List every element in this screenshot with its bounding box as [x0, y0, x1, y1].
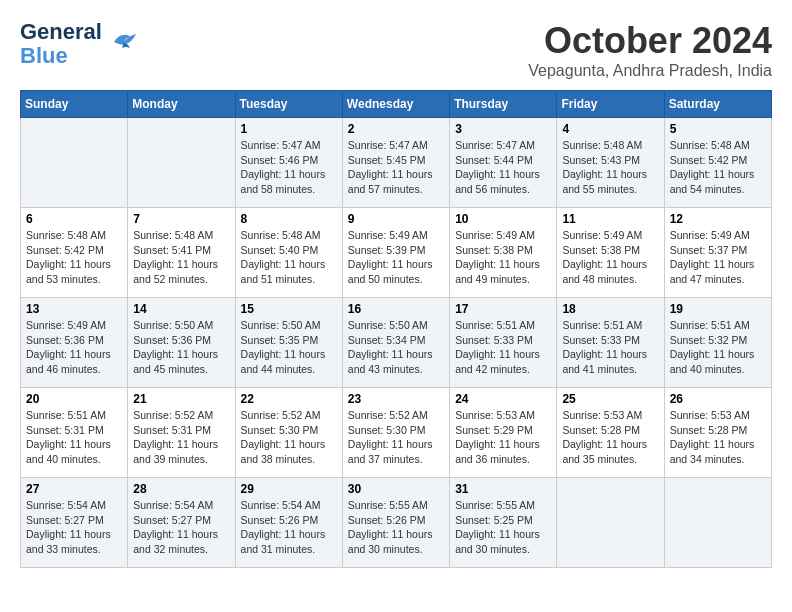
- header-row: SundayMondayTuesdayWednesdayThursdayFrid…: [21, 91, 772, 118]
- day-info: Sunrise: 5:53 AMSunset: 5:28 PMDaylight:…: [670, 408, 766, 467]
- calendar-cell: 5Sunrise: 5:48 AMSunset: 5:42 PMDaylight…: [664, 118, 771, 208]
- day-number: 12: [670, 212, 766, 226]
- day-info: Sunrise: 5:51 AMSunset: 5:31 PMDaylight:…: [26, 408, 122, 467]
- week-row-1: 1Sunrise: 5:47 AMSunset: 5:46 PMDaylight…: [21, 118, 772, 208]
- day-number: 11: [562, 212, 658, 226]
- calendar-cell: 8Sunrise: 5:48 AMSunset: 5:40 PMDaylight…: [235, 208, 342, 298]
- calendar-cell: 22Sunrise: 5:52 AMSunset: 5:30 PMDayligh…: [235, 388, 342, 478]
- logo: GeneralBlue: [20, 20, 138, 68]
- day-number: 29: [241, 482, 337, 496]
- calendar-cell: 4Sunrise: 5:48 AMSunset: 5:43 PMDaylight…: [557, 118, 664, 208]
- title-section: October 2024 Vepagunta, Andhra Pradesh, …: [528, 20, 772, 80]
- day-number: 31: [455, 482, 551, 496]
- calendar-cell: 24Sunrise: 5:53 AMSunset: 5:29 PMDayligh…: [450, 388, 557, 478]
- col-header-tuesday: Tuesday: [235, 91, 342, 118]
- calendar-cell: 3Sunrise: 5:47 AMSunset: 5:44 PMDaylight…: [450, 118, 557, 208]
- col-header-friday: Friday: [557, 91, 664, 118]
- calendar-cell: 14Sunrise: 5:50 AMSunset: 5:36 PMDayligh…: [128, 298, 235, 388]
- calendar-cell: 18Sunrise: 5:51 AMSunset: 5:33 PMDayligh…: [557, 298, 664, 388]
- calendar-cell: [21, 118, 128, 208]
- day-number: 26: [670, 392, 766, 406]
- week-row-5: 27Sunrise: 5:54 AMSunset: 5:27 PMDayligh…: [21, 478, 772, 568]
- day-number: 14: [133, 302, 229, 316]
- day-info: Sunrise: 5:54 AMSunset: 5:26 PMDaylight:…: [241, 498, 337, 557]
- day-info: Sunrise: 5:48 AMSunset: 5:42 PMDaylight:…: [26, 228, 122, 287]
- calendar-cell: 21Sunrise: 5:52 AMSunset: 5:31 PMDayligh…: [128, 388, 235, 478]
- day-info: Sunrise: 5:51 AMSunset: 5:32 PMDaylight:…: [670, 318, 766, 377]
- day-number: 2: [348, 122, 444, 136]
- day-number: 3: [455, 122, 551, 136]
- logo-text: GeneralBlue: [20, 20, 102, 68]
- calendar-cell: 15Sunrise: 5:50 AMSunset: 5:35 PMDayligh…: [235, 298, 342, 388]
- day-number: 18: [562, 302, 658, 316]
- calendar-cell: [664, 478, 771, 568]
- day-number: 8: [241, 212, 337, 226]
- week-row-3: 13Sunrise: 5:49 AMSunset: 5:36 PMDayligh…: [21, 298, 772, 388]
- day-info: Sunrise: 5:49 AMSunset: 5:37 PMDaylight:…: [670, 228, 766, 287]
- day-info: Sunrise: 5:49 AMSunset: 5:38 PMDaylight:…: [455, 228, 551, 287]
- day-info: Sunrise: 5:55 AMSunset: 5:26 PMDaylight:…: [348, 498, 444, 557]
- day-info: Sunrise: 5:48 AMSunset: 5:42 PMDaylight:…: [670, 138, 766, 197]
- day-info: Sunrise: 5:49 AMSunset: 5:38 PMDaylight:…: [562, 228, 658, 287]
- month-title: October 2024: [528, 20, 772, 62]
- calendar-cell: 9Sunrise: 5:49 AMSunset: 5:39 PMDaylight…: [342, 208, 449, 298]
- logo-bird-icon: [106, 28, 138, 60]
- day-number: 25: [562, 392, 658, 406]
- day-info: Sunrise: 5:54 AMSunset: 5:27 PMDaylight:…: [133, 498, 229, 557]
- day-number: 19: [670, 302, 766, 316]
- calendar-table: SundayMondayTuesdayWednesdayThursdayFrid…: [20, 90, 772, 568]
- day-number: 30: [348, 482, 444, 496]
- day-number: 16: [348, 302, 444, 316]
- calendar-cell: 31Sunrise: 5:55 AMSunset: 5:25 PMDayligh…: [450, 478, 557, 568]
- day-number: 10: [455, 212, 551, 226]
- day-info: Sunrise: 5:47 AMSunset: 5:45 PMDaylight:…: [348, 138, 444, 197]
- calendar-cell: 7Sunrise: 5:48 AMSunset: 5:41 PMDaylight…: [128, 208, 235, 298]
- calendar-cell: 16Sunrise: 5:50 AMSunset: 5:34 PMDayligh…: [342, 298, 449, 388]
- day-number: 28: [133, 482, 229, 496]
- day-info: Sunrise: 5:54 AMSunset: 5:27 PMDaylight:…: [26, 498, 122, 557]
- week-row-4: 20Sunrise: 5:51 AMSunset: 5:31 PMDayligh…: [21, 388, 772, 478]
- day-info: Sunrise: 5:47 AMSunset: 5:44 PMDaylight:…: [455, 138, 551, 197]
- day-info: Sunrise: 5:48 AMSunset: 5:40 PMDaylight:…: [241, 228, 337, 287]
- calendar-cell: 13Sunrise: 5:49 AMSunset: 5:36 PMDayligh…: [21, 298, 128, 388]
- day-info: Sunrise: 5:48 AMSunset: 5:43 PMDaylight:…: [562, 138, 658, 197]
- day-number: 24: [455, 392, 551, 406]
- calendar-cell: 29Sunrise: 5:54 AMSunset: 5:26 PMDayligh…: [235, 478, 342, 568]
- col-header-monday: Monday: [128, 91, 235, 118]
- day-number: 23: [348, 392, 444, 406]
- calendar-cell: [557, 478, 664, 568]
- col-header-thursday: Thursday: [450, 91, 557, 118]
- day-info: Sunrise: 5:52 AMSunset: 5:30 PMDaylight:…: [348, 408, 444, 467]
- calendar-cell: 19Sunrise: 5:51 AMSunset: 5:32 PMDayligh…: [664, 298, 771, 388]
- col-header-saturday: Saturday: [664, 91, 771, 118]
- calendar-cell: 28Sunrise: 5:54 AMSunset: 5:27 PMDayligh…: [128, 478, 235, 568]
- calendar-cell: 27Sunrise: 5:54 AMSunset: 5:27 PMDayligh…: [21, 478, 128, 568]
- day-number: 6: [26, 212, 122, 226]
- day-number: 4: [562, 122, 658, 136]
- calendar-cell: 2Sunrise: 5:47 AMSunset: 5:45 PMDaylight…: [342, 118, 449, 208]
- day-number: 1: [241, 122, 337, 136]
- calendar-cell: 26Sunrise: 5:53 AMSunset: 5:28 PMDayligh…: [664, 388, 771, 478]
- day-number: 7: [133, 212, 229, 226]
- day-info: Sunrise: 5:50 AMSunset: 5:35 PMDaylight:…: [241, 318, 337, 377]
- day-number: 21: [133, 392, 229, 406]
- day-info: Sunrise: 5:48 AMSunset: 5:41 PMDaylight:…: [133, 228, 229, 287]
- day-number: 15: [241, 302, 337, 316]
- calendar-cell: 20Sunrise: 5:51 AMSunset: 5:31 PMDayligh…: [21, 388, 128, 478]
- day-number: 20: [26, 392, 122, 406]
- calendar-cell: 23Sunrise: 5:52 AMSunset: 5:30 PMDayligh…: [342, 388, 449, 478]
- day-info: Sunrise: 5:47 AMSunset: 5:46 PMDaylight:…: [241, 138, 337, 197]
- col-header-wednesday: Wednesday: [342, 91, 449, 118]
- day-info: Sunrise: 5:55 AMSunset: 5:25 PMDaylight:…: [455, 498, 551, 557]
- day-info: Sunrise: 5:52 AMSunset: 5:31 PMDaylight:…: [133, 408, 229, 467]
- calendar-cell: 10Sunrise: 5:49 AMSunset: 5:38 PMDayligh…: [450, 208, 557, 298]
- calendar-cell: 30Sunrise: 5:55 AMSunset: 5:26 PMDayligh…: [342, 478, 449, 568]
- day-info: Sunrise: 5:50 AMSunset: 5:34 PMDaylight:…: [348, 318, 444, 377]
- col-header-sunday: Sunday: [21, 91, 128, 118]
- page-header: GeneralBlue October 2024 Vepagunta, Andh…: [20, 20, 772, 80]
- day-info: Sunrise: 5:51 AMSunset: 5:33 PMDaylight:…: [562, 318, 658, 377]
- day-info: Sunrise: 5:49 AMSunset: 5:39 PMDaylight:…: [348, 228, 444, 287]
- calendar-cell: 25Sunrise: 5:53 AMSunset: 5:28 PMDayligh…: [557, 388, 664, 478]
- day-number: 5: [670, 122, 766, 136]
- calendar-cell: 1Sunrise: 5:47 AMSunset: 5:46 PMDaylight…: [235, 118, 342, 208]
